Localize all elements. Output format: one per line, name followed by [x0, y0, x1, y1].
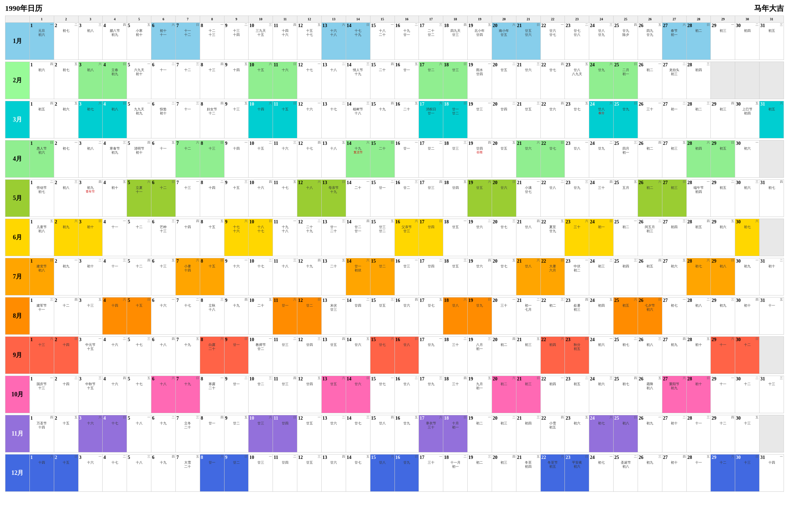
day-cell-m8-d19: 19 日 廿九	[467, 298, 492, 335]
day-cell-m5-d29: 29 二 初五	[711, 180, 735, 217]
day-cell-m10-d12: 12 五 廿四	[297, 376, 322, 413]
day-cell-m5-d30: 30 三 初六	[735, 180, 759, 217]
day-cell-m5-d17: 17 四 廿三	[419, 180, 443, 217]
day-cell-m5-d14: 14 一 二十	[346, 180, 370, 217]
day-cell-m10-d27: 27 六 重阳节 初九	[662, 376, 686, 413]
day-cell-m7-d7: 7 六 小暑 十四	[176, 258, 200, 296]
day-header-31: 31	[759, 16, 784, 23]
day-cell-m6-d11: 11 一 十九 十八	[273, 219, 297, 256]
day-cell-m6-d10: 10 日 十八 十七	[249, 219, 273, 256]
month-label-9: 9月	[5, 337, 30, 374]
day-cell-m4-d7: 7 六 十二	[176, 140, 200, 178]
day-cell-m4-d14: 14 六 十九 复活节	[346, 140, 370, 178]
day-cell-m9-d6: 6 四 十八	[151, 337, 176, 374]
day-cell-m1-d7: 7 日 十一 十二	[176, 23, 200, 60]
day-cell-m9-d7: 7 五 十九	[176, 337, 200, 374]
day-cell-m10-d21: 21 日 初三	[516, 376, 540, 413]
day-cell-m9-d24: 24 一 初六	[589, 337, 613, 374]
day-cell-m5-d26: 26 六 初二	[638, 180, 662, 217]
day-cell-m2-d22: 22 四 廿七	[540, 62, 565, 99]
day-cell-m8-d9: 9 四 十九	[224, 298, 249, 335]
day-header-26: 26	[638, 16, 662, 23]
day-header-7: 7	[176, 16, 200, 23]
day-cell-m3-d21: 21 三 廿五	[516, 101, 540, 138]
day-cell-m3-d24: 24 六 廿八 春分	[589, 101, 613, 138]
day-cell-m3-d29: 29 四 初三	[711, 101, 735, 138]
day-cell-m6-d26: 26 二 闰五月 初三	[638, 219, 662, 256]
day-cell-m5-d9: 9 三 十五	[224, 180, 249, 217]
day-cell-m1-d31: 31 三 初五	[759, 23, 784, 60]
day-cell-m7-d9: 9 一 十六	[224, 258, 249, 296]
day-cell-m8-d13: 13 一 末伏 廿三	[322, 298, 346, 335]
day-cell-m5-d2: 2 三 初八	[54, 180, 78, 217]
day-cell-m2-d7: 7 三 十二	[176, 62, 200, 99]
day-cell-m4-d16: 16 一 廿一	[395, 140, 419, 178]
day-cell-m7-d30: 30 一 初九	[735, 258, 759, 296]
day-cell-m10-d6: 6 六 十八	[151, 376, 176, 413]
day-cell-m12-d13: 13 四 廿六	[322, 455, 346, 492]
day-cell-m8-d4: 4 六 十四	[103, 298, 127, 335]
day-cell-m4-d6: 6 五 十一	[151, 140, 176, 178]
month-label-4: 4月	[5, 140, 30, 178]
day-cell-m9-d21: 21 五 初三	[516, 337, 540, 374]
day-cell-m3-d12: 12 一 十六	[297, 101, 322, 138]
day-cell-m11-d14: 14 三 廿七	[346, 415, 370, 453]
day-cell-m11-d19: 19 一 初二	[467, 415, 492, 453]
day-cell-m4-d22: 22 日 廿七	[540, 140, 565, 178]
day-cell-m10-d22: 22 一 初四	[540, 376, 565, 413]
day-cell-m2-d19: 19 一 雨水 廿四	[467, 62, 492, 99]
day-cell-m10-d18: 18 四 三十	[443, 376, 467, 413]
day-cell-m11-d5: 5 一 十八	[127, 415, 151, 453]
day-cell-m12-d31: 31 一 十四	[759, 455, 784, 492]
month-header	[5, 16, 30, 23]
month-row-2: 2月 1 四 初六 2 五 初七 3 六	[5, 62, 784, 99]
day-cell-m11-d18: 18 日 十月 初一	[443, 415, 467, 453]
day-cell-m3-d1: 1 四 初五	[30, 101, 54, 138]
calendar-page: 1990年日历 马年大吉 1 2 3 4 5 6 7 8 9 10 11 12 …	[0, 0, 789, 497]
day-header-15: 15	[370, 16, 395, 23]
day-cell-m8-d28: 28 二 初八	[686, 298, 711, 335]
day-cell-m8-d20: 20 一 三十	[492, 298, 516, 335]
day-cell-m5-d20: 20 日 廿六	[492, 180, 516, 217]
day-cell-m2-d12: 12 一 十七	[297, 62, 322, 99]
day-cell-m7-d24: 24 二 初三	[589, 258, 613, 296]
day-cell-m4-d27: 27 五 初三	[662, 140, 686, 178]
month-row-1: 1月 1 一 元旦 初六 2 二 初七 3 三	[5, 23, 784, 60]
day-cell-m1-d22: 22 一 廿六 廿七	[540, 23, 565, 60]
day-cell-m7-d17: 17 二 廿四	[419, 258, 443, 296]
day-cell-m5-d25: 25 五 五月	[613, 180, 638, 217]
day-cell-m8-d15: 15 三 廿五	[370, 298, 395, 335]
day-header-22: 22	[540, 16, 565, 23]
day-cell-m12-d26: 26 三 初九	[638, 455, 662, 492]
day-cell-m4-d24: 24 二 廿九	[589, 140, 613, 178]
day-cell-m2-d18: 18 日 廿三	[443, 62, 467, 99]
day-cell-m1-d3: 3 三 初八	[78, 23, 103, 60]
day-cell-m7-d15: 15 日 廿二	[370, 258, 395, 296]
day-cell-m11-d31	[759, 415, 784, 453]
day-cell-m9-d2: 2 日 十四	[54, 337, 78, 374]
day-header-13: 13	[322, 16, 346, 23]
day-cell-m3-d6: 6 二 惊蛰 初十	[151, 101, 176, 138]
day-cell-m12-d11: 11 二 廿四	[273, 455, 297, 492]
day-cell-m10-d8: 8 一 寒露 二十	[200, 376, 224, 413]
day-cell-m12-d10: 10 一 廿三	[249, 455, 273, 492]
month-label-3: 3月	[5, 101, 30, 138]
day-header-10: 10	[249, 16, 273, 23]
day-cell-m4-d17: 17 二 廿二	[419, 140, 443, 178]
day-cell-m7-d13: 13 五 二十	[322, 258, 346, 296]
day-cell-m10-d24: 24 三 初六	[589, 376, 613, 413]
day-cell-m6-d12: 12 二 二十 十九	[297, 219, 322, 256]
day-header-14: 14	[346, 16, 370, 23]
day-cell-m11-d16: 16 五 廿九	[395, 415, 419, 453]
month-label-1: 1月	[5, 23, 30, 60]
month-row-8: 8月 1 三 建军节 十一 2 四 十二 3 五	[5, 298, 784, 335]
day-cell-m8-d24: 24 五 初四	[589, 298, 613, 335]
day-header-28: 28	[686, 16, 711, 23]
day-cell-m5-d5: 5 六 立夏 十一	[127, 180, 151, 217]
day-cell-m7-d27: 27 五 初六	[662, 258, 686, 296]
day-cell-m8-d17: 17 五 廿七	[419, 298, 443, 335]
day-cell-m5-d7: 7 一 十三	[176, 180, 200, 217]
day-cell-m2-d31	[759, 62, 784, 99]
day-cell-m1-d28: 28 日 初二	[686, 23, 711, 60]
day-cell-m3-d17: 17 六 消权日 廿一	[419, 101, 443, 138]
